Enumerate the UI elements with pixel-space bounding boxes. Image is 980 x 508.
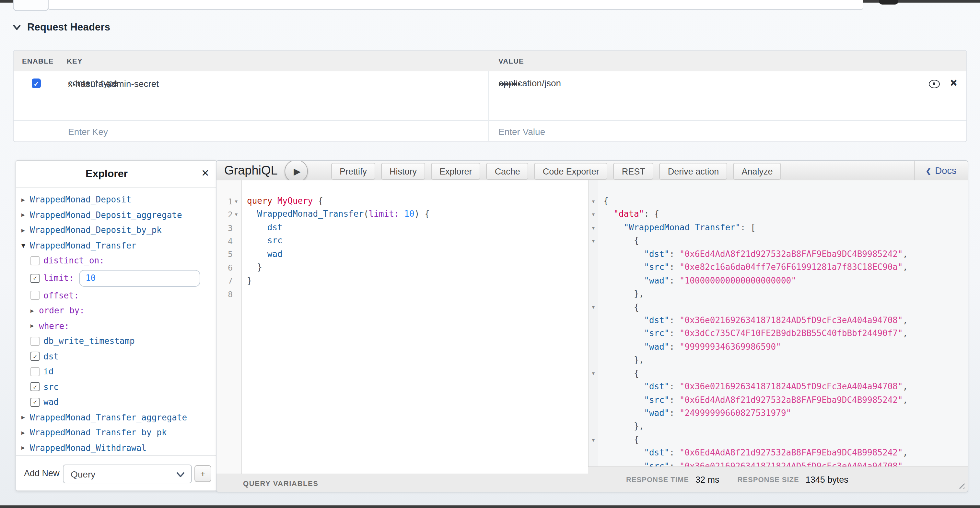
toolbar-button-derive-action[interactable]: Derive action <box>660 163 727 180</box>
toolbar-button-cache[interactable]: Cache <box>487 163 528 180</box>
code-token: }, <box>603 355 644 365</box>
add-new-button[interactable]: + <box>194 465 211 482</box>
fold-arrow-icon[interactable]: ▼ <box>589 208 598 221</box>
fold-arrow-icon[interactable]: ▼ <box>589 433 598 447</box>
explorer-tree-item[interactable]: db_write_timestamp <box>21 334 216 349</box>
explorer-panel: Explorer ✕ ▶WrappedMonad_Deposit▶Wrapped… <box>16 160 217 491</box>
query-variables-bar[interactable]: QUERY VARIABLES <box>216 474 588 492</box>
toolbar-button-prettify[interactable]: Prettify <box>331 163 375 180</box>
explorer-tree-item[interactable]: id <box>21 364 216 379</box>
code-token <box>603 329 644 338</box>
response-code-line: "src": "0x6Ed4AdA8f21d927532aB8FAF9Eba9D… <box>603 393 968 407</box>
code-token: , <box>903 315 908 325</box>
explorer-tree-item[interactable]: ▶WrappedMonad_Transfer_by_pk <box>21 425 216 440</box>
response-code-line: "wad": "999999346369986590" <box>603 340 968 354</box>
explorer-tree-item[interactable]: ✓limit:10 <box>21 268 216 288</box>
resize-grip-icon[interactable] <box>956 480 964 489</box>
explorer-tree-item[interactable]: ▶WrappedMonad_Transfer_aggregate <box>21 410 216 425</box>
explorer-tree-item[interactable]: ▶WrappedMonad_Deposit_by_pk <box>21 222 216 238</box>
toolbar-button-explorer[interactable]: Explorer <box>431 163 480 180</box>
tree-checkbox[interactable] <box>30 337 40 346</box>
execute-query-button[interactable]: ▶ <box>285 160 308 183</box>
endpoint-partial-input[interactable] <box>48 0 863 10</box>
response-code-line: "wad": "100000000000000000000" <box>603 274 968 288</box>
tree-checkbox[interactable] <box>30 291 40 300</box>
triangle-collapsed-icon[interactable]: ▶ <box>21 414 30 421</box>
tree-checkbox[interactable]: ✓ <box>30 382 40 391</box>
triangle-collapsed-icon[interactable]: ▶ <box>21 227 30 233</box>
code-token <box>399 209 404 219</box>
triangle-expanded-icon[interactable]: ▼ <box>21 242 30 249</box>
new-header-key-input[interactable]: Enter Key <box>68 121 108 142</box>
explorer-tree-item[interactable]: ✓wad <box>21 395 216 410</box>
explorer-tree-item[interactable]: ▶WrappedMonad_Deposit <box>21 192 216 207</box>
code-token: : <box>670 275 679 285</box>
triangle-collapsed-icon[interactable]: ▶ <box>21 445 30 451</box>
explorer-tree-item[interactable]: ✓src <box>21 379 216 395</box>
code-token: 10 <box>404 209 414 219</box>
tree-field-label: WrappedMonad_Transfer_by_pk <box>30 428 167 438</box>
fold-arrow-icon[interactable]: ▼ <box>233 212 240 217</box>
fold-arrow-spacer <box>589 340 598 354</box>
editor-code-line: wad <box>247 248 588 261</box>
fold-arrow-icon[interactable]: ▼ <box>589 301 598 314</box>
fold-arrow-icon[interactable]: ▼ <box>233 199 240 203</box>
code-token: , <box>903 395 908 404</box>
fold-arrow-icon[interactable]: ▼ <box>589 235 598 248</box>
code-token: , <box>903 249 908 259</box>
code-token <box>603 395 644 404</box>
explorer-tree-item[interactable]: ✓dst <box>21 349 216 364</box>
editor-code-line: WrappedMonad_Transfer(limit: 10) { <box>247 208 588 221</box>
fold-arrow-icon[interactable]: ▼ <box>589 367 598 380</box>
limit-value-input[interactable]: 10 <box>79 270 200 286</box>
code-token: }, <box>603 289 644 299</box>
query-editor[interactable]: 1▼2▼345678 query MyQuery { WrappedMonad_… <box>216 181 588 474</box>
graphiql-logo: GraphiQL <box>224 161 278 181</box>
toolbar-button-history[interactable]: History <box>381 163 425 180</box>
code-token <box>603 408 644 418</box>
header-value-input[interactable]: ••••••• <box>498 71 521 96</box>
tree-checkbox[interactable]: ✓ <box>30 352 40 361</box>
triangle-collapsed-icon[interactable]: ▶ <box>21 196 30 203</box>
triangle-collapsed-icon[interactable]: ▶ <box>30 308 39 314</box>
request-headers-section-header[interactable]: Request Headers <box>13 20 110 34</box>
header-key-input[interactable]: x-hasura-admin-secret <box>68 71 159 96</box>
code-token: , <box>903 448 908 458</box>
code-token: : <box>670 329 679 338</box>
tree-checkbox[interactable] <box>30 256 40 265</box>
close-icon[interactable]: ✕ <box>201 168 209 178</box>
add-new-type-select[interactable]: Query <box>63 465 192 483</box>
endpoint-partial-button[interactable] <box>13 0 49 11</box>
triangle-collapsed-icon[interactable]: ▶ <box>21 212 30 218</box>
enable-checkbox[interactable]: ✓ <box>32 79 41 88</box>
toolbar-button-analyze[interactable]: Analyze <box>733 163 781 180</box>
line-number: 2 <box>228 209 233 219</box>
tree-checkbox[interactable] <box>30 367 40 376</box>
toolbar-button-rest[interactable]: REST <box>614 163 654 180</box>
explorer-tree-item[interactable]: ▶order_by: <box>21 303 216 318</box>
docs-link[interactable]: ❮ Docs <box>915 161 968 181</box>
code-token: ) { <box>415 209 430 219</box>
toolbar-button-code-exporter[interactable]: Code Exporter <box>535 163 608 180</box>
editor-code[interactable]: query MyQuery { WrappedMonad_Transfer(li… <box>247 181 588 474</box>
response-code-line: "dst": "0x36e0216926341871824AD5fD9cFc3e… <box>603 314 968 327</box>
code-token <box>603 275 644 285</box>
explorer-tree-item[interactable]: ▼WrappedMonad_Transfer <box>21 238 216 253</box>
triangle-collapsed-icon[interactable]: ▶ <box>30 323 39 329</box>
new-header-value-input[interactable]: Enter Value <box>498 121 545 142</box>
response-viewer[interactable]: { "data": { "WrappedMonad_Transfer": [ {… <box>598 181 968 481</box>
tree-checkbox[interactable]: ✓ <box>30 273 40 283</box>
explorer-tree-item[interactable]: ▶where: <box>21 318 216 334</box>
tree-checkbox[interactable]: ✓ <box>30 398 40 407</box>
response-code-line: "data": { <box>603 208 968 221</box>
explorer-tree-item[interactable]: ▶WrappedMonad_Deposit_aggregate <box>21 207 216 222</box>
eye-icon[interactable] <box>929 80 940 88</box>
explorer-tree-item[interactable]: offset: <box>21 288 216 303</box>
remove-header-icon[interactable]: ✕ <box>950 80 957 88</box>
explorer-tree-item[interactable]: ▶WrappedMonad_Withdrawal <box>21 440 216 455</box>
fold-arrow-icon[interactable]: ▼ <box>589 195 598 208</box>
fold-arrow-icon[interactable]: ▼ <box>589 221 598 235</box>
code-token: "0x6Ed4AdA8f21d927532aB8FAF9Eba9DC4B9985… <box>679 448 903 458</box>
explorer-tree-item[interactable]: distinct_on: <box>21 253 216 268</box>
triangle-collapsed-icon[interactable]: ▶ <box>21 430 30 436</box>
